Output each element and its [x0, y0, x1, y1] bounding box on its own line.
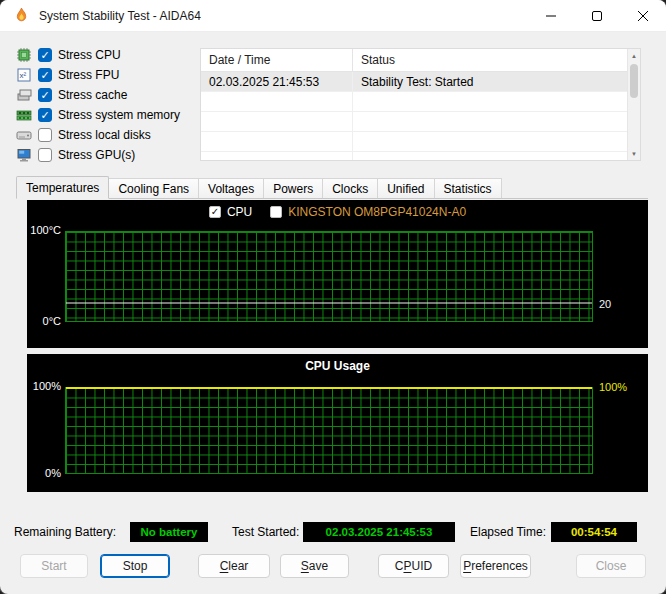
- stress-disks-checkbox[interactable]: [38, 128, 52, 142]
- preferences-button[interactable]: Preferences: [460, 554, 531, 578]
- scroll-up-icon[interactable]: ▲: [628, 49, 640, 62]
- stop-button[interactable]: Stop: [100, 554, 170, 578]
- cpu-temperature-current-value: 20: [599, 298, 611, 310]
- close-button[interactable]: Close: [576, 554, 646, 578]
- stress-fpu-label: Stress FPU: [58, 68, 119, 82]
- tab-bar: Temperatures Cooling Fans Voltages Power…: [16, 176, 648, 199]
- test-started-label: Test Started:: [232, 522, 299, 542]
- memory-module-icon: [16, 107, 32, 123]
- close-icon[interactable]: [620, 0, 666, 32]
- footer-button-row: Start Stop Clear Save CPUID Preferences …: [0, 554, 666, 580]
- legend-kingston-label: KINGSTON OM8PGP41024N-A0: [288, 205, 466, 219]
- legend-kingston-checkbox[interactable]: [270, 206, 282, 218]
- legend-item-cpu[interactable]: CPU: [209, 205, 252, 219]
- column-header-status[interactable]: Status: [353, 49, 640, 71]
- cpu-temperature-line: [66, 303, 592, 304]
- stress-memory-checkbox[interactable]: [38, 108, 52, 122]
- tab-temperatures[interactable]: Temperatures: [16, 176, 109, 199]
- cpu-usage-plot-area: [65, 387, 593, 474]
- stress-cache-label: Stress cache: [58, 88, 127, 102]
- usage-current-value-column: 100%: [597, 387, 645, 474]
- stress-option-memory[interactable]: Stress system memory: [16, 106, 196, 124]
- legend-cpu-label: CPU: [227, 205, 252, 219]
- test-started-value: 02.03.2025 21:45:53: [303, 522, 455, 542]
- table-row-empty: [201, 132, 627, 152]
- tab-clocks[interactable]: Clocks: [322, 178, 378, 198]
- log-table-header: Date / Time Status: [201, 49, 640, 72]
- scroll-down-icon[interactable]: ▼: [628, 147, 640, 160]
- cpu-usage-graph-panel: CPU Usage 100% 0% 100%: [27, 354, 648, 492]
- cell-status: Stability Test: Started: [353, 72, 627, 91]
- cpu-usage-current-value: 100%: [599, 381, 627, 393]
- cpu-usage-line: [66, 387, 592, 389]
- event-log-table: Date / Time Status 02.03.2025 21:45:53 S…: [200, 48, 641, 161]
- stress-disks-label: Stress local disks: [58, 128, 151, 142]
- stress-option-fpu[interactable]: x² Stress FPU: [16, 66, 196, 84]
- start-button[interactable]: Start: [20, 554, 88, 578]
- log-table-rows: 02.03.2025 21:45:53 Stability Test: Star…: [201, 72, 627, 160]
- usage-axis-max-label: 100%: [27, 380, 61, 392]
- save-button[interactable]: Save: [280, 554, 349, 578]
- gpu-monitor-icon: [16, 147, 32, 163]
- table-row-empty: [201, 92, 627, 112]
- stress-option-gpu[interactable]: Stress GPU(s): [16, 146, 196, 164]
- temperature-current-value-column: 20: [597, 231, 645, 322]
- elapsed-time-label: Elapsed Time:: [470, 522, 546, 542]
- tab-voltages[interactable]: Voltages: [198, 178, 264, 198]
- window-title: System Stability Test - AIDA64: [39, 9, 201, 23]
- elapsed-time-value: 00:54:54: [551, 522, 637, 542]
- stress-gpu-checkbox[interactable]: [38, 148, 52, 162]
- stress-cpu-checkbox[interactable]: [38, 48, 52, 62]
- tab-cooling-fans[interactable]: Cooling Fans: [108, 178, 199, 198]
- stress-fpu-checkbox[interactable]: [38, 68, 52, 82]
- temperature-graph-panel: CPU KINGSTON OM8PGP41024N-A0 100°C 0°C 2…: [27, 200, 648, 348]
- system-stability-test-window: System Stability Test - AIDA64: [0, 0, 666, 594]
- maximize-icon[interactable]: [574, 0, 620, 32]
- stress-options-group: Stress CPU x² Stress FPU: [16, 46, 196, 166]
- temperature-plot-area: [65, 231, 593, 322]
- fpu-chip-icon: x²: [16, 67, 32, 83]
- temp-axis-max-label: 100°C: [27, 224, 61, 236]
- cache-chip-icon: [16, 87, 32, 103]
- table-row[interactable]: 02.03.2025 21:45:53 Stability Test: Star…: [201, 72, 627, 92]
- scrollbar-thumb[interactable]: [630, 64, 638, 98]
- stress-memory-label: Stress system memory: [58, 108, 180, 122]
- stress-option-disks[interactable]: Stress local disks: [16, 126, 196, 144]
- legend-cpu-checkbox[interactable]: [209, 206, 221, 218]
- column-header-datetime[interactable]: Date / Time: [201, 49, 353, 71]
- remaining-battery-value: No battery: [130, 522, 208, 542]
- titlebar: System Stability Test - AIDA64: [0, 0, 666, 32]
- stress-option-cpu[interactable]: Stress CPU: [16, 46, 196, 64]
- temperature-legend: CPU KINGSTON OM8PGP41024N-A0: [27, 205, 648, 219]
- tab-statistics[interactable]: Statistics: [434, 178, 502, 198]
- flame-icon: [13, 7, 30, 24]
- table-row-empty: [201, 112, 627, 132]
- table-row-empty: [201, 152, 627, 160]
- tab-powers[interactable]: Powers: [263, 178, 323, 198]
- stress-gpu-label: Stress GPU(s): [58, 148, 135, 162]
- minimize-icon[interactable]: [528, 0, 574, 32]
- log-scrollbar[interactable]: ▲ ▼: [627, 49, 640, 160]
- clear-button[interactable]: Clear: [198, 554, 270, 578]
- cpuid-button[interactable]: CPUID: [378, 554, 449, 578]
- tab-unified[interactable]: Unified: [377, 178, 434, 198]
- stress-cache-checkbox[interactable]: [38, 88, 52, 102]
- temp-axis-min-label: 0°C: [27, 315, 61, 327]
- svg-text:x²: x²: [20, 71, 27, 80]
- cpu-chip-icon: [16, 47, 32, 63]
- cpu-usage-title: CPU Usage: [27, 359, 648, 373]
- status-bar: Remaining Battery: No battery Test Start…: [0, 522, 666, 542]
- window-controls: [528, 0, 666, 31]
- hard-disk-icon: [16, 127, 32, 143]
- legend-item-kingston[interactable]: KINGSTON OM8PGP41024N-A0: [270, 205, 466, 219]
- cell-datetime: 02.03.2025 21:45:53: [201, 72, 353, 91]
- dialog-content: Stress CPU x² Stress FPU: [0, 32, 666, 594]
- usage-axis-min-label: 0%: [27, 467, 61, 479]
- stress-cpu-label: Stress CPU: [58, 48, 121, 62]
- stress-option-cache[interactable]: Stress cache: [16, 86, 196, 104]
- remaining-battery-label: Remaining Battery:: [14, 522, 116, 542]
